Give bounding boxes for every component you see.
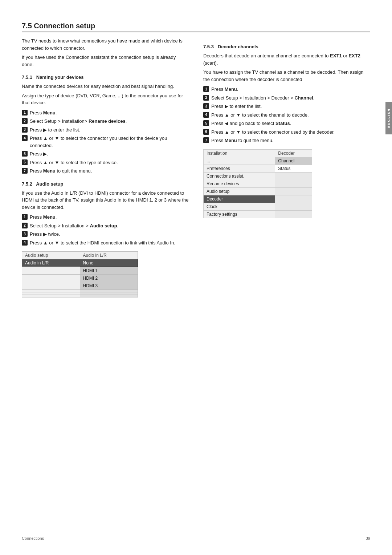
step-text-4: Press ▲ or ▼ to select the connector you… bbox=[30, 135, 189, 149]
751-p2: Assign the type of device (DVD, VCR, Gam… bbox=[22, 92, 189, 106]
step-751-3: 3 Press ▶ to enter the list. bbox=[22, 126, 189, 134]
audio-row5-col2 bbox=[80, 290, 138, 292]
page-container: ENGLISH 7.5 Connection setup The TV need… bbox=[0, 0, 392, 555]
audio-row3-col1 bbox=[22, 275, 80, 282]
step-num-753-6: 6 bbox=[203, 129, 209, 135]
step-num-753-7: 7 bbox=[203, 137, 209, 143]
step-num-2: 2 bbox=[22, 118, 28, 124]
step-753-7: 7 Press Menu to quit the menu. bbox=[203, 137, 370, 144]
step-num-752-2: 2 bbox=[22, 223, 28, 228]
audio-row-6 bbox=[22, 292, 138, 295]
decoder-row-5: Audio setup bbox=[204, 187, 312, 195]
step-num-5: 5 bbox=[22, 151, 28, 157]
step-text-6: Press ▲ or ▼ to select the type of devic… bbox=[30, 159, 189, 166]
right-column: 7.5.3 Decoder channels Decoders that dec… bbox=[203, 37, 370, 303]
subsection-753-title: 7.5.3 Decoder channels bbox=[203, 44, 370, 49]
step-751-4: 4 Press ▲ or ▼ to select the connector y… bbox=[22, 135, 189, 149]
decoder-row6-col1: Decoder bbox=[204, 195, 275, 203]
753-p2: You have to assign the TV channel as a c… bbox=[203, 69, 370, 83]
step-text-7: Press Menu to quit the menu. bbox=[30, 167, 189, 175]
audio-row6-col1 bbox=[22, 292, 80, 295]
decoder-row7-col1: Clock bbox=[204, 203, 275, 210]
audio-row-5 bbox=[22, 290, 138, 292]
753-p1: Decoders that decode an antenna channel … bbox=[203, 52, 370, 66]
decoder-row2-col2: Status bbox=[275, 165, 312, 172]
audio-row-4: HDMI 3 bbox=[22, 282, 138, 290]
audio-row-2: HDMI 1 bbox=[22, 267, 138, 275]
step-752-4: 4 Press ▲ or ▼ to select the HDMI connec… bbox=[22, 239, 189, 247]
audio-table-header: Audio setup Audio in L/R bbox=[22, 252, 138, 259]
audio-row4-col1 bbox=[22, 282, 80, 290]
step-text-5: Press ▶. bbox=[30, 150, 189, 158]
step-text-752-2: Select Setup > Installation > Audio setu… bbox=[30, 222, 189, 230]
step-num-752-1: 1 bbox=[22, 214, 28, 220]
side-tab: ENGLISH bbox=[385, 102, 392, 134]
752-steps: 1 Press Menu. 2 Select Setup > Installat… bbox=[22, 214, 189, 246]
step-text-753-2: Select Setup > Installation > Decoder > … bbox=[211, 94, 370, 102]
step-751-1: 1 Press Menu. bbox=[22, 109, 189, 117]
752-p1: If you use the Audio In L/R (DVI to HDMI… bbox=[22, 190, 189, 211]
step-752-3: 3 Press ▶ twice. bbox=[22, 231, 189, 238]
753-steps: 1 Press Menu. 2 Select Setup > Installat… bbox=[203, 86, 370, 144]
decoder-row-2: Preferences Status bbox=[204, 165, 312, 172]
decoder-row-8: Factory settings bbox=[204, 210, 312, 218]
step-753-6: 6 Press ▲ or ▼ to select the connector u… bbox=[203, 129, 370, 136]
decoder-row8-col2 bbox=[275, 210, 312, 218]
audio-row6-col2 bbox=[80, 292, 138, 295]
step-text-753-5: Press ◀ and go back to select Status. bbox=[211, 120, 370, 127]
step-num-6: 6 bbox=[22, 159, 28, 165]
audio-row2-col1 bbox=[22, 267, 80, 275]
decoder-row7-col2 bbox=[275, 203, 312, 210]
decoder-row5-col2 bbox=[275, 187, 312, 195]
subsection-751-title: 7.5.1 Naming your devices bbox=[22, 74, 189, 80]
decoder-col2-header: Decoder bbox=[275, 149, 312, 157]
audio-row1-col2: None bbox=[80, 259, 138, 267]
step-num-753-4: 4 bbox=[203, 112, 209, 118]
audio-row-7 bbox=[22, 295, 138, 297]
step-text-753-4: Press ▲ or ▼ to select the channel to de… bbox=[211, 112, 370, 119]
columns: The TV needs to know what connections yo… bbox=[22, 37, 370, 303]
step-753-2: 2 Select Setup > Installation > Decoder … bbox=[203, 94, 370, 102]
decoder-header-row: Installation Decoder bbox=[204, 149, 312, 157]
decoder-row8-col1: Factory settings bbox=[204, 210, 275, 218]
step-751-6: 6 Press ▲ or ▼ to select the type of dev… bbox=[22, 159, 189, 166]
step-num-752-3: 3 bbox=[22, 231, 28, 237]
decoder-table: Installation Decoder ... Channel Prefere… bbox=[203, 149, 312, 218]
step-num-753-5: 5 bbox=[203, 120, 209, 126]
audio-col2-header: Audio in L/R bbox=[80, 252, 138, 259]
audio-row1-col1: Audio in L/R bbox=[22, 259, 80, 267]
step-751-7: 7 Press Menu to quit the menu. bbox=[22, 167, 189, 175]
decoder-row3-col2 bbox=[275, 172, 312, 180]
audio-row5-col1 bbox=[22, 290, 80, 292]
step-751-2: 2 Select Setup > Installation> Rename de… bbox=[22, 118, 189, 125]
step-text-753-6: Press ▲ or ▼ to select the connector use… bbox=[211, 129, 370, 136]
decoder-col1-header: Installation bbox=[204, 149, 275, 157]
751-p1: Name the connected devices for easy sele… bbox=[22, 83, 189, 90]
step-751-5: 5 Press ▶. bbox=[22, 150, 189, 158]
decoder-row1-col1: ... bbox=[204, 157, 275, 165]
audio-row3-col2: HDMI 2 bbox=[80, 275, 138, 282]
step-753-5: 5 Press ◀ and go back to select Status. bbox=[203, 120, 370, 127]
audio-row2-col2: HDMI 1 bbox=[80, 267, 138, 275]
decoder-row5-col1: Audio setup bbox=[204, 187, 275, 195]
left-column: The TV needs to know what connections yo… bbox=[22, 37, 189, 303]
step-753-1: 1 Press Menu. bbox=[203, 86, 370, 93]
step-752-2: 2 Select Setup > Installation > Audio se… bbox=[22, 222, 189, 230]
step-text-752-3: Press ▶ twice. bbox=[30, 231, 189, 238]
intro-p1: The TV needs to know what connections yo… bbox=[22, 37, 189, 52]
step-753-3: 3 Press ▶ to enter the list. bbox=[203, 103, 370, 110]
step-text-1: Press Menu. bbox=[30, 109, 189, 117]
page-footer: Connections 39 bbox=[22, 536, 370, 540]
audio-row7-col1 bbox=[22, 295, 80, 297]
section-title: 7.5 Connection setup bbox=[22, 22, 370, 32]
step-text-753-7: Press Menu to quit the menu. bbox=[211, 137, 370, 144]
decoder-row6-col2 bbox=[275, 195, 312, 203]
step-text-3: Press ▶ to enter the list. bbox=[30, 126, 189, 134]
step-text-753-1: Press Menu. bbox=[211, 86, 370, 93]
decoder-row-3: Connections assist. bbox=[204, 172, 312, 180]
decoder-row4-col2 bbox=[275, 180, 312, 187]
step-num-3: 3 bbox=[22, 127, 28, 133]
footer-right: 39 bbox=[366, 536, 370, 540]
side-tab-label: ENGLISH bbox=[387, 108, 391, 128]
decoder-row-6: Decoder bbox=[204, 195, 312, 203]
